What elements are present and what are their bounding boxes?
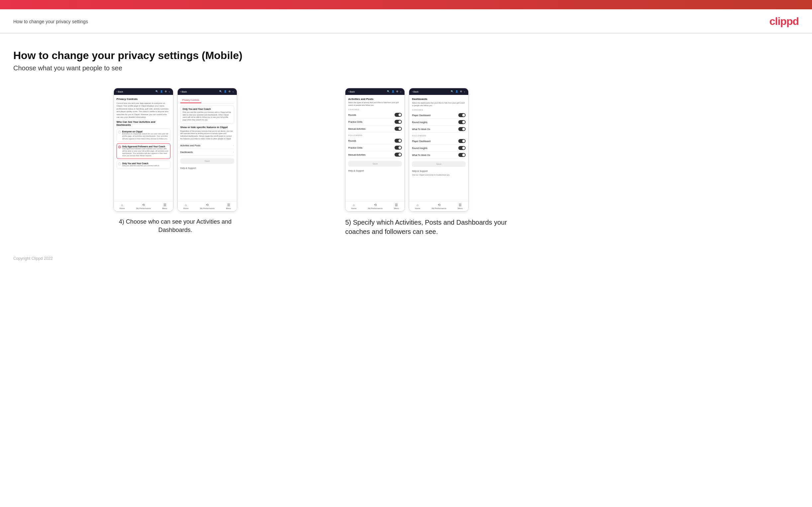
person-icon-3[interactable]: 👤 xyxy=(392,90,395,93)
back-btn-1[interactable]: ‹ Back xyxy=(116,91,123,93)
roundinsights-coaches-toggle-4[interactable] xyxy=(458,120,466,124)
feature-title-2: Show or hide specific features in Clippd xyxy=(180,126,234,129)
playerdash-coaches-toggle-4[interactable] xyxy=(458,113,466,117)
nav-activities-2[interactable]: Activities and Posts › xyxy=(180,143,234,149)
performance-icon-3: ⟲ xyxy=(374,203,376,207)
back-btn-3[interactable]: ‹ Back xyxy=(348,91,355,93)
more-icon-3[interactable]: ⌄ xyxy=(400,90,402,93)
home-label-3: Home xyxy=(351,207,357,209)
footer-menu-3[interactable]: ☰ Menu xyxy=(394,203,399,209)
person-icon-1[interactable]: 👤 xyxy=(160,90,163,93)
performance-label-2: My Performance xyxy=(200,207,214,209)
manual-followers-toggle-3[interactable] xyxy=(395,153,402,157)
footer-home-3[interactable]: ⌂ Home xyxy=(351,203,357,209)
option-everyone-label: Everyone on Clippd xyxy=(122,130,169,133)
header: How to change your privacy settings clip… xyxy=(0,9,812,33)
back-btn-4[interactable]: ‹ Back xyxy=(412,91,418,93)
drills-coaches-toggle-3[interactable] xyxy=(395,120,402,124)
search-icon-4[interactable]: 🔍 xyxy=(451,90,454,93)
settings-icon-1[interactable]: ⚙ xyxy=(165,90,167,93)
performance-label-4: My Performance xyxy=(432,207,446,209)
phone-body-1: Privacy Controls Control how you and you… xyxy=(114,95,173,201)
footer-menu-2[interactable]: ☰ Menu xyxy=(226,203,231,209)
drills-followers-toggle-3[interactable] xyxy=(395,146,402,150)
tab-privacy-2[interactable]: Privacy Controls xyxy=(180,98,201,103)
settings-icon-3[interactable]: ⚙ xyxy=(396,90,398,93)
more-icon-2[interactable]: ⌄ xyxy=(232,90,234,93)
dashboards-desc-4: Select the dashboards that you'd like to… xyxy=(412,102,466,107)
header-icons-3: 🔍 👤 ⚙ ⌄ xyxy=(387,90,402,93)
settings-icon-2[interactable]: ⚙ xyxy=(229,90,231,93)
person-icon-4[interactable]: 👤 xyxy=(455,90,458,93)
rounds-followers-label-3: Rounds xyxy=(348,140,356,142)
rounds-followers-toggle-3[interactable] xyxy=(395,139,402,143)
breadcrumb: How to change your privacy settings xyxy=(13,19,88,24)
screen-1: ‹ Back 🔍 👤 ⚙ ⌄ Privacy Controls Control … xyxy=(114,88,173,212)
option-everyone[interactable]: Everyone on Clippd Everyone on Clippd ca… xyxy=(116,128,170,142)
footer-performance-4[interactable]: ⟲ My Performance xyxy=(432,203,446,209)
screenshot-pair-2: ‹ Back 🔍 👤 ⚙ ⌄ Activities and Posts Sele… xyxy=(345,88,469,212)
nav-activities-arrow-2: › xyxy=(233,144,234,147)
toggle-manual-followers-3: Manual Activities xyxy=(348,151,402,158)
rounds-coaches-label-3: Rounds xyxy=(348,114,356,116)
manual-followers-label-3: Manual Activities xyxy=(348,154,365,156)
caption-1: 4) Choose who can see your Activities an… xyxy=(119,218,232,234)
screenshot-group-1: ‹ Back 🔍 👤 ⚙ ⌄ Privacy Controls Control … xyxy=(13,88,337,234)
screen-2: ‹ Back 🔍 👤 ⚙ ⌄ Privacy Controls xyxy=(177,88,237,212)
footer-menu-4[interactable]: ☰ Menu xyxy=(458,203,463,209)
followers-label-3: FOLLOWERS xyxy=(348,134,402,136)
whattowork-followers-toggle-4[interactable] xyxy=(458,153,466,157)
footer-menu-1[interactable]: ☰ Menu xyxy=(162,203,167,209)
footer-home-4[interactable]: ⌂ Home xyxy=(415,203,420,209)
toggle-roundinsights-coaches-4: Round Insights xyxy=(412,119,466,126)
footer-performance-2[interactable]: ⟲ My Performance xyxy=(200,203,214,209)
privacy-controls-title: Privacy Controls xyxy=(116,98,170,101)
footer-performance-3[interactable]: ⟲ My Performance xyxy=(368,203,383,209)
more-icon-4[interactable]: ⌄ xyxy=(464,90,466,93)
coaches-label-4: COACHES xyxy=(412,109,466,111)
help-3: Help & Support xyxy=(348,168,402,174)
who-can-see-title: Who Can See Your Activities and Dashboar… xyxy=(116,120,170,126)
option-coach-only-label: Only You and Your Coach xyxy=(122,162,159,165)
settings-icon-4[interactable]: ⚙ xyxy=(460,90,462,93)
menu-icon-1: ☰ xyxy=(163,203,166,207)
search-icon-1[interactable]: 🔍 xyxy=(155,90,158,93)
dashboards-title-4: Dashboards xyxy=(412,98,466,101)
info-desc-2: Only you and the coaches you connect wit… xyxy=(183,111,232,121)
caption-2: 5) Specify which Activities, Posts and D… xyxy=(345,218,511,236)
phone-body-2: Privacy Controls Only You and Your Coach… xyxy=(178,95,237,201)
save-btn-2[interactable]: Save xyxy=(180,158,234,164)
menu-label-3: Menu xyxy=(394,207,399,209)
playerdash-followers-toggle-4[interactable] xyxy=(458,139,466,143)
footer-home-1[interactable]: ⌂ Home xyxy=(119,203,125,209)
phone-footer-1: ⌂ Home ⟲ My Performance ☰ Menu xyxy=(114,201,173,211)
save-btn-4[interactable]: Save xyxy=(412,161,466,167)
back-label-1: Back xyxy=(118,91,123,93)
option-approved[interactable]: Only Approved Followers and Your Coach O… xyxy=(116,143,170,159)
menu-icon-2: ☰ xyxy=(227,203,230,207)
roundinsights-followers-toggle-4[interactable] xyxy=(458,146,466,150)
coaches-section-4: COACHES Player Dashboard Round Insights … xyxy=(412,109,466,133)
nav-dashboards-2[interactable]: Dashboards › xyxy=(180,149,234,156)
option-coach-only[interactable]: Only You and Your Coach Only you and the… xyxy=(116,160,170,169)
phone-body-3: Activities and Posts Select the types of… xyxy=(345,95,405,201)
footer-performance-1[interactable]: ⟲ My Performance xyxy=(136,203,151,209)
search-icon-3[interactable]: 🔍 xyxy=(387,90,390,93)
more-icon-1[interactable]: ⌄ xyxy=(168,90,170,93)
whattowork-coaches-toggle-4[interactable] xyxy=(458,127,466,131)
home-icon-2: ⌂ xyxy=(185,203,187,207)
person-icon-2[interactable]: 👤 xyxy=(224,90,227,93)
rounds-coaches-toggle-3[interactable] xyxy=(395,113,402,117)
toggle-whattowork-coaches-4: What To Work On xyxy=(412,126,466,133)
back-btn-2[interactable]: ‹ Back xyxy=(180,91,187,93)
radio-coach-only xyxy=(118,163,121,165)
option-approved-desc: Only approved followers and coaches you … xyxy=(122,148,169,157)
header-icons-4: 🔍 👤 ⚙ ⌄ xyxy=(451,90,466,93)
manual-coaches-toggle-3[interactable] xyxy=(395,127,402,131)
manual-coaches-label-3: Manual Activities xyxy=(348,128,365,130)
footer-home-2[interactable]: ⌂ Home xyxy=(183,203,189,209)
footer-copyright: Copyright Clippd 2022 xyxy=(13,256,799,261)
save-btn-3[interactable]: Save xyxy=(348,161,402,167)
coaches-label-3: COACHES xyxy=(348,109,402,111)
search-icon-2[interactable]: 🔍 xyxy=(219,90,222,93)
